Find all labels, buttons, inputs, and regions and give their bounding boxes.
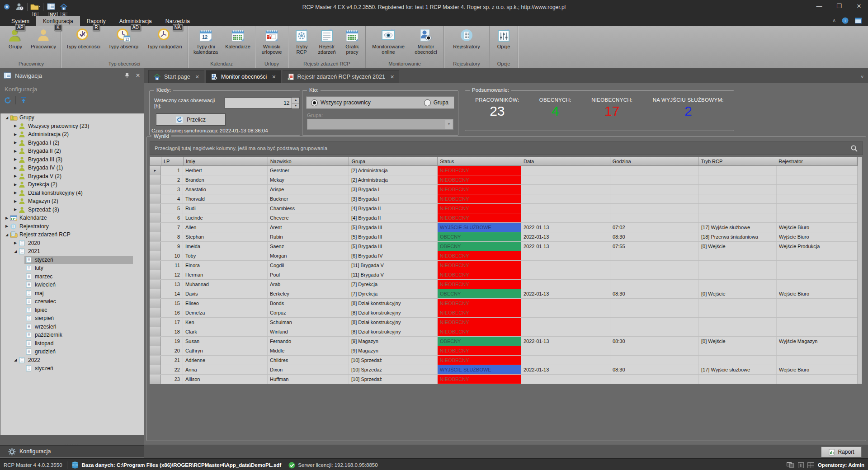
tree-item-brygada-iv-1[interactable]: ▶Brygada IV (1) [0,164,144,172]
window-list-icon[interactable] [855,18,862,24]
tree-item-styczeń[interactable]: styczeń [0,364,144,373]
tree-item-2022[interactable]: ◢2022 [0,356,144,365]
tree-item-czerwiec[interactable]: czerwiec [0,297,144,306]
restore-button[interactable]: ❐ [833,2,845,11]
menu-tab-narzędzia[interactable]: NarzędziaNA [159,16,197,26]
tree-item-dział-konstrukcyjny-4[interactable]: ▶Dział konstrukcyjny (4) [0,189,144,197]
table-row[interactable]: 8StephanRubin[5] Brygada IIIOBECNY2022-0… [150,232,858,242]
tab-close-icon[interactable]: ✕ [272,74,276,80]
tree-collapse-arrow-icon[interactable]: ◢ [4,116,10,120]
table-row[interactable]: 22AnnaDixon[10] SprzedażWYJŚCIE SŁUŻBOWE… [150,365,858,375]
raport-button[interactable]: Raport [821,446,862,457]
ribbon-button-typy-dni-kalendarza[interactable]: 12Typy dni kalendarza [189,26,222,55]
column-header-tryb-rcp[interactable]: Tryb RCP [698,157,776,165]
table-row[interactable]: 4ThorvaldBuckner[3] Brygada INIEOBECNY [150,194,858,204]
column-header-imię[interactable]: Imię [184,157,268,165]
search-icon[interactable] [850,145,858,152]
column-header-grupa[interactable]: Grupa [349,157,438,165]
tree-expand-arrow-icon[interactable]: ▶ [12,207,19,212]
tree-item-styczeń[interactable]: styczeń [0,256,144,264]
ribbon-button-opcje[interactable]: Opcje [491,26,516,49]
close-button[interactable]: ✕ [853,2,865,11]
close-icon[interactable]: ✕ [136,72,140,79]
tree-collapse-arrow-icon[interactable]: ◢ [4,233,10,237]
tree-item-luty[interactable]: luty [0,264,144,273]
ribbon-button-grafik-pracy[interactable]: Grafik pracy [340,26,364,55]
tree-item-listopad[interactable]: listopad [0,339,144,348]
ribbon-button-rejestratory[interactable]: Rejestratory [445,26,488,49]
table-row[interactable]: 7AllenArent[5] Brygada IIIWYJŚCIE SŁUŻBO… [150,223,858,232]
tree-item-lipiec[interactable]: lipiec [0,306,144,315]
table-row[interactable]: 13MuhannadArab[7] DyrekcjaNIEOBECNY [150,280,858,289]
tree-expand-arrow-icon[interactable]: ▶ [12,241,19,245]
refresh-icon[interactable] [4,96,12,104]
table-row[interactable]: 14DavisBerkeley[7] DyrekcjaOBECNY2022-01… [150,289,858,299]
tree-item-grudzień[interactable]: grudzień [0,348,144,356]
observation-time-input[interactable]: 12 [224,98,292,108]
table-row[interactable]: 12HermanPoul[11] Brygada VNIEOBECNY [150,270,858,280]
menu-tab-konfiguracja[interactable]: KonfiguracjaK [36,16,80,26]
ribbon-collapse-chevron[interactable]: ˄ [833,18,835,23]
column-header-godzina[interactable]: Godzina [610,157,699,165]
tab-close-icon[interactable]: ✕ [195,74,199,80]
sidebar-footer-konfiguracja[interactable]: Konfiguracja [0,445,144,457]
tree-item-administracja-2[interactable]: ▶Administracja (2) [0,130,144,139]
ribbon-button-rejestr-zdarzeń[interactable]: Rejestr zdarzeń [313,26,340,55]
column-header-data[interactable]: Data [521,157,610,165]
table-row[interactable]: 16DemelzaCorpuz[8] Dział konstrukcyjnyNI… [150,308,858,318]
info-icon[interactable]: i [842,17,849,24]
table-row[interactable]: 9ImeldaSaenz[5] Brygada IIIOBECNY2022-01… [150,242,858,251]
tab-start-page[interactable]: Start page✕ [148,70,204,83]
ribbon-button-kalendarze[interactable]: Kalendarze [222,26,254,49]
tree-collapse-arrow-icon[interactable]: ◢ [12,358,19,362]
tree-item-brygada-i-2[interactable]: ▶Brygada I (2) [0,139,144,147]
tree-item-2021[interactable]: ◢2021 [0,247,144,256]
tree-item-wszyscy-pracownicy-23[interactable]: ▶Wszyscy pracownicy (23) [0,122,144,131]
tree-item-sierpień[interactable]: sierpień [0,314,144,323]
radio-all-employees[interactable]: Wszyscy pracownicy [311,99,371,106]
tree-expand-arrow-icon[interactable]: ▶ [12,149,19,153]
tree-item-rejestratory[interactable]: ▶Rejestratory [0,222,144,231]
ribbon-button-monitor-obecności[interactable]: Monitor obecności [410,26,442,55]
table-row[interactable]: 23AllisonHuffman[10] SprzedażNIEOBECNY [150,375,858,384]
menu-tab-system[interactable]: SystemAP [5,16,36,26]
tree-item-brygada-ii-2[interactable]: ▶Brygada II (2) [0,147,144,155]
tree-expand-arrow-icon[interactable]: ▶ [12,174,19,178]
spin-down-icon[interactable]: ▼ [292,103,299,109]
tab-close-icon[interactable]: ✕ [390,74,394,80]
tree-expand-arrow-icon[interactable]: ▶ [12,199,19,203]
column-header-status[interactable]: Status [438,157,521,165]
tree-expand-arrow-icon[interactable]: ▶ [12,191,19,195]
table-row[interactable]: 15EliseoBonds[8] Dział konstrukcyjnyNIEO… [150,299,858,308]
minimize-button[interactable]: ― [813,2,826,11]
column-header-lp[interactable]: LP [161,157,184,165]
radio-group[interactable]: Grupa [424,99,448,106]
tree-expand-arrow-icon[interactable]: ▶ [12,124,19,128]
column-header-rejestrator[interactable]: Rejestrator [776,157,857,165]
tree-item-marzec[interactable]: marzec [0,273,144,281]
table-row[interactable]: ▸1HerbertGerstner[2] AdministracjaNIEOBE… [150,166,858,175]
pin-icon[interactable] [125,73,129,79]
tree-expand-arrow-icon[interactable]: ▶ [12,132,19,136]
chevron-down-icon[interactable]: ▼ [445,120,453,129]
tree-expand-arrow-icon[interactable]: ▶ [12,166,19,170]
group-by-panel[interactable]: Przeciągnij tutaj nagłówek kolumny, jeśl… [150,141,863,155]
przelicz-button[interactable]: Przelicz [156,113,226,126]
tree-item-dyrekcja-2[interactable]: ▶Dyrekcja (2) [0,180,144,189]
tree-item-2020[interactable]: ▶2020 [0,239,144,248]
tree-item-maj[interactable]: maj [0,289,144,298]
tree-item-brygada-v-2[interactable]: ▶Brygada V (2) [0,172,144,181]
group-select-dropdown[interactable]: ▼ [307,119,453,130]
table-row[interactable]: 10TobyMorgan[6] Brygada IVNIEOBECNY [150,251,858,261]
table-row[interactable]: 17KenSchulman[8] Dział konstrukcyjnyNIEO… [150,318,858,327]
tree-item-magazyn-2[interactable]: ▶Magazyn (2) [0,197,144,206]
tree-item-październik[interactable]: październik [0,331,144,339]
collapse-all-icon[interactable] [19,96,28,104]
tree-item-sprzedaż-3[interactable]: ▶Sprzedaż (3) [0,206,144,214]
table-row[interactable]: 21AdrienneChildres[10] SprzedażNIEOBECNY [150,356,858,365]
ribbon-button-monitorowanie-online[interactable]: Monitorowanie online [367,26,410,55]
tree-collapse-arrow-icon[interactable]: ◢ [12,249,19,254]
menu-tab-administracja[interactable]: AdministracjaAD [113,16,159,26]
table-row[interactable]: 2BrandenMckay[2] AdministracjaNIEOBECNY [150,175,858,185]
tab-list-chevron-icon[interactable]: ˅ [861,75,863,80]
